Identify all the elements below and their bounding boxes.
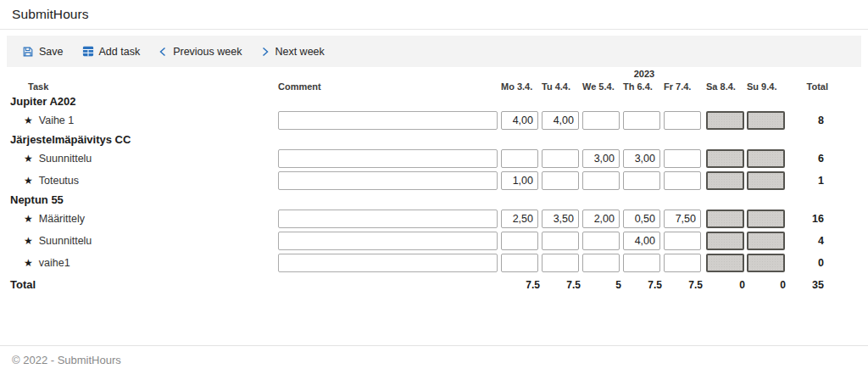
comment-input[interactable] <box>278 171 498 190</box>
comment-cell <box>278 232 501 250</box>
save-button[interactable]: Save <box>17 42 69 61</box>
day-totals: 7.57.557.57.500 <box>501 279 787 291</box>
comment-cell <box>278 149 501 168</box>
comment-cell <box>278 111 501 130</box>
hours-input[interactable] <box>542 149 579 168</box>
add-task-label: Add task <box>99 46 141 58</box>
day-total: 7.5 <box>501 279 542 291</box>
weekend-cell <box>747 232 785 250</box>
day-column-header: Tu 4.4. <box>542 81 582 92</box>
day-total: 0 <box>747 279 787 291</box>
row-total: 6 <box>787 153 828 165</box>
hours-input[interactable] <box>542 232 579 250</box>
weekend-cell <box>747 254 785 272</box>
copyright-text: © 2022 - SubmitHours <box>12 354 121 366</box>
hours-input[interactable] <box>542 210 579 228</box>
app-header: SubmitHours <box>0 0 868 30</box>
day-column-header: Su 9.4. <box>747 81 787 92</box>
weekend-cell <box>706 232 744 250</box>
save-label: Save <box>39 46 64 58</box>
hours-input[interactable] <box>623 254 660 272</box>
day-cells <box>501 149 787 168</box>
comment-input[interactable] <box>278 210 498 228</box>
footer: © 2022 - SubmitHours <box>0 345 868 367</box>
hours-input[interactable] <box>582 111 620 130</box>
task-row: ★vaihe10 <box>0 252 868 274</box>
comment-input[interactable] <box>278 254 498 272</box>
hours-input[interactable] <box>501 171 538 190</box>
day-column-header: Sa 8.4. <box>706 81 747 92</box>
hours-input[interactable] <box>623 149 660 168</box>
group-row: Jupiter A202 <box>0 93 868 109</box>
hours-input[interactable] <box>582 149 620 168</box>
hours-input[interactable] <box>542 171 579 190</box>
hours-input[interactable] <box>582 232 620 250</box>
day-total: 7.5 <box>542 279 582 291</box>
hours-input[interactable] <box>664 149 701 168</box>
year-label: 2023 <box>501 69 787 79</box>
hours-input[interactable] <box>501 111 538 130</box>
task-label: Suunnittelu <box>39 235 92 247</box>
task-row: ★Suunnittelu6 <box>0 148 868 170</box>
group-name: Neptun 55 <box>0 193 278 206</box>
total-row-label: Total <box>0 278 278 291</box>
group-row: Neptun 55 <box>0 192 868 208</box>
hours-input[interactable] <box>623 111 660 130</box>
hours-input[interactable] <box>501 149 538 168</box>
hours-input[interactable] <box>623 210 660 228</box>
app-title: SubmitHours <box>12 7 89 22</box>
hours-input[interactable] <box>542 254 579 272</box>
weekend-cell <box>747 111 785 130</box>
hours-input[interactable] <box>664 171 701 190</box>
day-total: 0 <box>706 279 747 291</box>
next-week-button[interactable]: Next week <box>255 42 329 61</box>
star-icon: ★ <box>24 236 33 246</box>
hours-input[interactable] <box>582 210 620 228</box>
hours-input[interactable] <box>582 171 620 190</box>
task-name-cell: ★Toteutus <box>0 175 278 187</box>
group-name: Järjestelmäpäivitys CC <box>0 133 278 146</box>
hours-input[interactable] <box>623 232 660 250</box>
star-icon: ★ <box>24 154 33 164</box>
day-cells <box>501 111 787 130</box>
app-window: SubmitHours Save Add task Previous w <box>0 0 868 380</box>
total-row: Total 7.57.557.57.500 35 <box>0 277 868 292</box>
hours-input[interactable] <box>623 171 660 190</box>
hours-input[interactable] <box>664 210 701 228</box>
chevron-left-icon <box>159 47 168 57</box>
task-row: ★Määrittely16 <box>0 208 868 230</box>
hours-input[interactable] <box>501 210 538 228</box>
row-total: 16 <box>787 213 828 225</box>
day-cells <box>501 210 787 228</box>
task-name-cell: ★Määrittely <box>0 213 278 225</box>
timesheet: 2023 Task Comment Mo 3.4.Tu 4.4.We 5.4.T… <box>0 68 868 292</box>
day-cells <box>501 171 787 190</box>
hours-input[interactable] <box>664 111 701 130</box>
group-name: Jupiter A202 <box>0 95 278 108</box>
weekend-cell <box>706 254 744 272</box>
comment-cell <box>278 171 501 190</box>
weekend-cell <box>747 210 785 228</box>
task-name-cell: ★vaihe1 <box>0 257 278 269</box>
add-task-button[interactable]: Add task <box>77 42 146 61</box>
hours-input[interactable] <box>664 232 701 250</box>
comment-input[interactable] <box>278 111 498 130</box>
weekend-cell <box>706 171 744 190</box>
comment-input[interactable] <box>278 149 498 168</box>
timesheet-column-headers: Task Comment Mo 3.4.Tu 4.4.We 5.4.Th 6.4… <box>0 80 868 93</box>
hours-input[interactable] <box>664 254 701 272</box>
previous-week-button[interactable]: Previous week <box>153 42 247 61</box>
comment-input[interactable] <box>278 232 498 250</box>
row-total: 4 <box>787 235 828 247</box>
task-name-cell: ★Vaihe 1 <box>0 115 278 126</box>
total-column-header: Total <box>787 81 828 92</box>
task-label: vaihe1 <box>39 257 70 269</box>
hours-input[interactable] <box>501 232 538 250</box>
day-cells <box>501 254 787 272</box>
task-label: Vaihe 1 <box>39 115 74 126</box>
hours-input[interactable] <box>501 254 538 272</box>
row-total: 1 <box>787 175 828 187</box>
hours-input[interactable] <box>582 254 620 272</box>
hours-input[interactable] <box>542 111 579 130</box>
task-label: Suunnittelu <box>39 153 92 165</box>
